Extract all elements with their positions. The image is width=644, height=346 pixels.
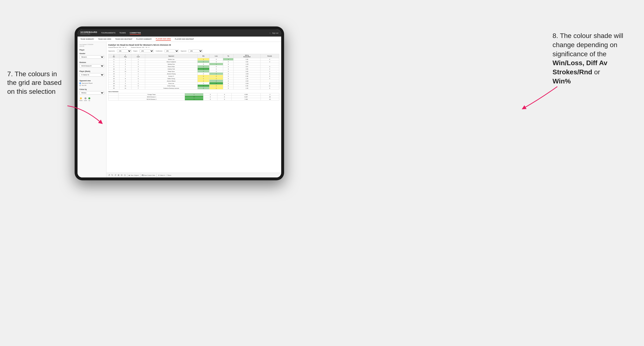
colour-by-label: Colour by (80, 88, 104, 90)
tab-player-h2h-heatmap[interactable]: PLAYER H2H HEATMAP (175, 38, 194, 40)
share-btn[interactable]: ⤴ Share (166, 174, 172, 176)
nav-teams[interactable]: TEAMS (120, 31, 126, 35)
top100-radio[interactable]: Top 100 (80, 85, 104, 86)
grid-area: Katelyn Vo Head-to-Head Grid for Women's… (106, 42, 281, 173)
nav-tournaments[interactable]: TOURNAMENTS (101, 31, 116, 35)
copy-icon[interactable]: ⊞ (118, 174, 120, 176)
col-opponent: Opponent (145, 54, 198, 58)
annotation-bold-winpct: Win% (552, 77, 571, 85)
opponents-filter-select[interactable]: (All) (117, 49, 132, 52)
col-diff: Diff AvStrokes/Rnd (234, 54, 260, 58)
table-row: Foreign Team 1 0 0 4.500 2 (108, 93, 279, 96)
grid-title: Katelyn Vo Head-to-Head Grid for Women's… (108, 44, 279, 46)
legend-level: Level (84, 97, 87, 101)
sub-navigation: TEAM SUMMARY TEAM H2H GRID TEAM H2H HEAT… (78, 36, 281, 42)
out-of-division-label: Out of division (108, 91, 279, 92)
legend-level-dot (84, 97, 86, 99)
legend-up: Up (88, 97, 90, 101)
player-rank-select[interactable]: 8. Katelyn Vo (80, 73, 104, 76)
info-icon[interactable]: i (270, 32, 270, 34)
legend: Down Level Up (80, 97, 104, 101)
table-row: 311 Esther Lee 1 0 1 1.504 (108, 58, 279, 61)
table-row: 1063 Andrea York 2 0 0 4.004 (108, 68, 279, 70)
player-label: Player (80, 49, 104, 51)
annotation-right: 8. The colour shade will change dependin… (552, 31, 639, 86)
nav-right: i Sign out (270, 32, 278, 34)
out-of-division-table: Foreign Team 1 0 0 4.500 2 NAIA Divisio (108, 93, 279, 101)
table-row: 1822 Euna Lee 0 3 0 -5.002 (108, 82, 279, 85)
opponents-played-radio[interactable]: Opponents Played (80, 82, 104, 84)
nav-items: TOURNAMENTS TEAMS COMMITTEE (101, 31, 270, 35)
tab-team-h2h-grid[interactable]: TEAM H2H GRID (98, 38, 111, 40)
tab-player-summary[interactable]: PLAYER SUMMARY (136, 38, 152, 40)
undo-icon[interactable]: ↺ (108, 174, 110, 176)
nav-committee[interactable]: COMMITTEE (130, 31, 141, 35)
arrow-left-svg (65, 103, 104, 132)
save-custom-btn[interactable]: 💾 Save Custom View (142, 174, 155, 176)
logo-area: SCOREBOARD Powered by clippd (80, 31, 97, 35)
view-icon: ▶ (129, 174, 130, 176)
colour-by-select[interactable]: Win/loss (80, 91, 104, 95)
table-row: 20116 Emily Chang 4 1 0 0.3011 (108, 85, 279, 87)
region-filter-select[interactable]: (All) (140, 49, 154, 52)
view-original-btn[interactable]: ▶ View: Original (129, 174, 139, 176)
record-row: Overall Record: 353 - 34 - 6 Division Re… (108, 47, 279, 48)
sign-out-button[interactable]: Sign out (272, 32, 278, 34)
col-reg: #Reg (120, 54, 132, 58)
conference-filter-select[interactable]: (All) (164, 49, 179, 52)
gender-label: Gender (80, 53, 104, 54)
legend-level-label: Level (84, 100, 87, 101)
right-content: Katelyn Vo Head-to-Head Grid for Women's… (106, 42, 281, 177)
legend-up-label: Up (88, 100, 90, 101)
division-select[interactable]: NCAA Division III (80, 64, 104, 68)
col-div: #Div (108, 54, 120, 58)
clock-icon[interactable]: ◷ (124, 174, 126, 176)
undo2-icon[interactable]: ↺ (114, 174, 116, 176)
region-filter-label: Region (133, 50, 138, 52)
col-tie: Tie (223, 54, 234, 58)
table-row: NCAA Division 2 5 0 0 7.400 10 (108, 98, 279, 101)
separator1 (127, 174, 127, 177)
legend-down-label: Down (80, 100, 82, 101)
col-rounds: Rounds (260, 54, 279, 58)
table-row: 633 Sydney Kuo 0 1 0 -1.00 (108, 63, 279, 65)
watch-btn[interactable]: 👁 Watch ▾ (158, 174, 165, 176)
division-label: Division (80, 62, 104, 63)
separator3 (156, 174, 157, 177)
overall-record: Overall Record: 353 - 34 - 6 (108, 47, 126, 48)
col-loss: Loss (210, 54, 223, 58)
share-icon: ⤴ (166, 174, 167, 176)
separator2 (140, 174, 140, 177)
table-row: 11115 Heejo Hyun 1 0 0 3.333 (108, 70, 279, 73)
tablet-screen: SCOREBOARD Powered by clippd TOURNAMENTS… (78, 29, 281, 177)
watch-chevron: ▾ (164, 174, 165, 176)
conference-filter-label: Conference (156, 50, 162, 52)
tab-team-h2h-heatmap[interactable]: TEAM H2H HEATMAP (115, 38, 132, 40)
gender-select[interactable]: Women's (80, 55, 104, 59)
opponent-view-label: Opponent view (80, 80, 104, 82)
redo-icon[interactable]: ↻ (112, 174, 113, 176)
col-win: Win (198, 54, 209, 58)
tab-team-summary[interactable]: TEAM SUMMARY (80, 38, 94, 40)
bottom-toolbar: ↺ ↻ ↺ ⊞ ⊡ ◷ ▶ View: Original 💾 Save Cust… (106, 173, 281, 177)
watch-icon: 👁 (158, 174, 160, 176)
logo-sub: Powered by clippd (80, 33, 97, 35)
col-conf: #Conf (132, 54, 145, 58)
table-row: 914 Sharon Mun 1 0 0 3.673 (108, 65, 279, 68)
opponent-filter-select[interactable]: (All) (188, 49, 203, 52)
save-icon: 💾 (142, 174, 144, 176)
paste-icon[interactable]: ⊡ (121, 174, 122, 176)
last-updated: Last Updated: 27/03/2024 16:55:38 (80, 44, 104, 47)
table-row: 522 Alexis Sudjianto 1 0 0 4.003 (108, 61, 279, 63)
tablet-device: SCOREBOARD Powered by clippd TOURNAMENTS… (75, 26, 284, 180)
player-rank-label: Player (Rank) (80, 70, 104, 72)
table-row: 1311 Jessica Huang 0 1 0 -3.002 (108, 73, 279, 75)
tab-player-h2h-grid[interactable]: PLAYER H2H GRID (156, 37, 171, 41)
division-record: Division Record: 331 - 34 - 6 (131, 47, 149, 48)
main-content: Last Updated: 27/03/2024 16:55:38 Player… (78, 42, 281, 177)
annotation-left: 7. The colours in the grid are based on … (7, 70, 68, 96)
legend-up-dot (88, 97, 90, 99)
opponents-filter-label: Opponents: (108, 50, 115, 52)
legend-down: Down (80, 97, 82, 101)
opponent-filter-label: Opponent (181, 50, 186, 52)
